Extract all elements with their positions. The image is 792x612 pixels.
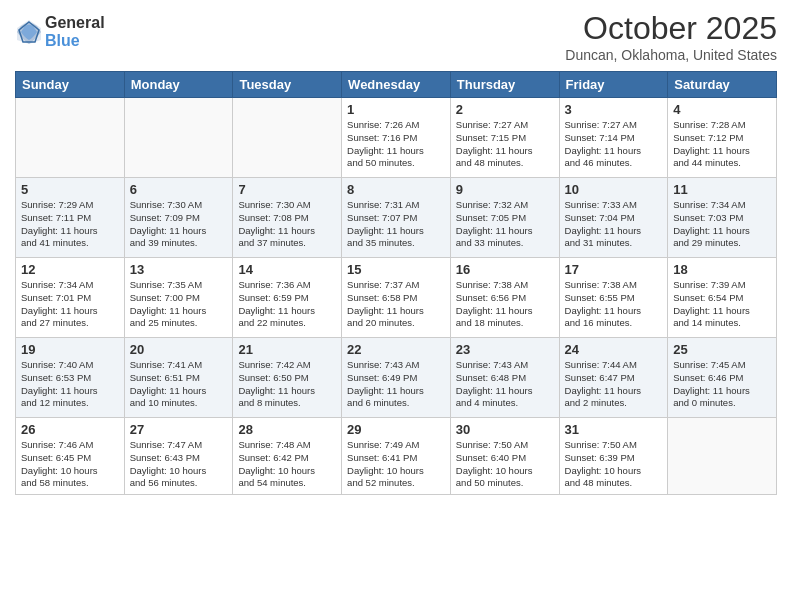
calendar-week-4: 19Sunrise: 7:40 AM Sunset: 6:53 PM Dayli… xyxy=(16,338,777,418)
calendar-cell: 30Sunrise: 7:50 AM Sunset: 6:40 PM Dayli… xyxy=(450,418,559,495)
calendar-cell: 24Sunrise: 7:44 AM Sunset: 6:47 PM Dayli… xyxy=(559,338,668,418)
day-number: 26 xyxy=(21,422,119,437)
calendar-cell: 10Sunrise: 7:33 AM Sunset: 7:04 PM Dayli… xyxy=(559,178,668,258)
calendar-week-2: 5Sunrise: 7:29 AM Sunset: 7:11 PM Daylig… xyxy=(16,178,777,258)
day-number: 28 xyxy=(238,422,336,437)
day-info: Sunrise: 7:47 AM Sunset: 6:43 PM Dayligh… xyxy=(130,439,228,490)
calendar-cell: 18Sunrise: 7:39 AM Sunset: 6:54 PM Dayli… xyxy=(668,258,777,338)
day-info: Sunrise: 7:41 AM Sunset: 6:51 PM Dayligh… xyxy=(130,359,228,410)
calendar-week-1: 1Sunrise: 7:26 AM Sunset: 7:16 PM Daylig… xyxy=(16,98,777,178)
day-number: 17 xyxy=(565,262,663,277)
day-number: 20 xyxy=(130,342,228,357)
calendar-cell: 28Sunrise: 7:48 AM Sunset: 6:42 PM Dayli… xyxy=(233,418,342,495)
calendar-table: Sunday Monday Tuesday Wednesday Thursday… xyxy=(15,71,777,495)
month-title: October 2025 xyxy=(565,10,777,47)
day-info: Sunrise: 7:48 AM Sunset: 6:42 PM Dayligh… xyxy=(238,439,336,490)
day-info: Sunrise: 7:44 AM Sunset: 6:47 PM Dayligh… xyxy=(565,359,663,410)
day-info: Sunrise: 7:36 AM Sunset: 6:59 PM Dayligh… xyxy=(238,279,336,330)
calendar-cell xyxy=(668,418,777,495)
location-text: Duncan, Oklahoma, United States xyxy=(565,47,777,63)
day-info: Sunrise: 7:45 AM Sunset: 6:46 PM Dayligh… xyxy=(673,359,771,410)
day-number: 14 xyxy=(238,262,336,277)
calendar-week-5: 26Sunrise: 7:46 AM Sunset: 6:45 PM Dayli… xyxy=(16,418,777,495)
day-number: 6 xyxy=(130,182,228,197)
day-number: 30 xyxy=(456,422,554,437)
day-info: Sunrise: 7:33 AM Sunset: 7:04 PM Dayligh… xyxy=(565,199,663,250)
day-number: 23 xyxy=(456,342,554,357)
day-number: 25 xyxy=(673,342,771,357)
calendar-cell: 1Sunrise: 7:26 AM Sunset: 7:16 PM Daylig… xyxy=(342,98,451,178)
day-info: Sunrise: 7:28 AM Sunset: 7:12 PM Dayligh… xyxy=(673,119,771,170)
day-info: Sunrise: 7:26 AM Sunset: 7:16 PM Dayligh… xyxy=(347,119,445,170)
day-number: 29 xyxy=(347,422,445,437)
calendar-cell: 21Sunrise: 7:42 AM Sunset: 6:50 PM Dayli… xyxy=(233,338,342,418)
day-number: 7 xyxy=(238,182,336,197)
day-info: Sunrise: 7:42 AM Sunset: 6:50 PM Dayligh… xyxy=(238,359,336,410)
logo-general-text: General xyxy=(45,14,105,32)
calendar-cell: 20Sunrise: 7:41 AM Sunset: 6:51 PM Dayli… xyxy=(124,338,233,418)
header-tuesday: Tuesday xyxy=(233,72,342,98)
calendar-cell xyxy=(233,98,342,178)
logo-text: General Blue xyxy=(45,14,105,49)
day-number: 4 xyxy=(673,102,771,117)
day-info: Sunrise: 7:27 AM Sunset: 7:15 PM Dayligh… xyxy=(456,119,554,170)
day-number: 19 xyxy=(21,342,119,357)
header-monday: Monday xyxy=(124,72,233,98)
day-info: Sunrise: 7:38 AM Sunset: 6:55 PM Dayligh… xyxy=(565,279,663,330)
calendar-cell: 15Sunrise: 7:37 AM Sunset: 6:58 PM Dayli… xyxy=(342,258,451,338)
day-info: Sunrise: 7:35 AM Sunset: 7:00 PM Dayligh… xyxy=(130,279,228,330)
day-info: Sunrise: 7:34 AM Sunset: 7:03 PM Dayligh… xyxy=(673,199,771,250)
logo-blue-text: Blue xyxy=(45,32,105,50)
calendar-cell: 7Sunrise: 7:30 AM Sunset: 7:08 PM Daylig… xyxy=(233,178,342,258)
calendar-cell: 14Sunrise: 7:36 AM Sunset: 6:59 PM Dayli… xyxy=(233,258,342,338)
calendar-cell: 9Sunrise: 7:32 AM Sunset: 7:05 PM Daylig… xyxy=(450,178,559,258)
day-number: 27 xyxy=(130,422,228,437)
header-saturday: Saturday xyxy=(668,72,777,98)
header: General Blue October 2025 Duncan, Oklaho… xyxy=(15,10,777,63)
day-info: Sunrise: 7:50 AM Sunset: 6:39 PM Dayligh… xyxy=(565,439,663,490)
day-number: 2 xyxy=(456,102,554,117)
day-info: Sunrise: 7:32 AM Sunset: 7:05 PM Dayligh… xyxy=(456,199,554,250)
calendar-cell: 13Sunrise: 7:35 AM Sunset: 7:00 PM Dayli… xyxy=(124,258,233,338)
day-number: 22 xyxy=(347,342,445,357)
day-number: 1 xyxy=(347,102,445,117)
day-number: 5 xyxy=(21,182,119,197)
calendar-cell: 29Sunrise: 7:49 AM Sunset: 6:41 PM Dayli… xyxy=(342,418,451,495)
calendar-cell xyxy=(16,98,125,178)
day-info: Sunrise: 7:31 AM Sunset: 7:07 PM Dayligh… xyxy=(347,199,445,250)
calendar-cell: 22Sunrise: 7:43 AM Sunset: 6:49 PM Dayli… xyxy=(342,338,451,418)
day-info: Sunrise: 7:43 AM Sunset: 6:48 PM Dayligh… xyxy=(456,359,554,410)
header-friday: Friday xyxy=(559,72,668,98)
header-sunday: Sunday xyxy=(16,72,125,98)
calendar-cell: 6Sunrise: 7:30 AM Sunset: 7:09 PM Daylig… xyxy=(124,178,233,258)
header-thursday: Thursday xyxy=(450,72,559,98)
calendar-header-row: Sunday Monday Tuesday Wednesday Thursday… xyxy=(16,72,777,98)
calendar-cell: 12Sunrise: 7:34 AM Sunset: 7:01 PM Dayli… xyxy=(16,258,125,338)
day-info: Sunrise: 7:37 AM Sunset: 6:58 PM Dayligh… xyxy=(347,279,445,330)
day-number: 9 xyxy=(456,182,554,197)
day-info: Sunrise: 7:30 AM Sunset: 7:08 PM Dayligh… xyxy=(238,199,336,250)
calendar-cell: 26Sunrise: 7:46 AM Sunset: 6:45 PM Dayli… xyxy=(16,418,125,495)
calendar-cell: 23Sunrise: 7:43 AM Sunset: 6:48 PM Dayli… xyxy=(450,338,559,418)
calendar-cell: 19Sunrise: 7:40 AM Sunset: 6:53 PM Dayli… xyxy=(16,338,125,418)
day-number: 16 xyxy=(456,262,554,277)
day-info: Sunrise: 7:49 AM Sunset: 6:41 PM Dayligh… xyxy=(347,439,445,490)
calendar-cell: 11Sunrise: 7:34 AM Sunset: 7:03 PM Dayli… xyxy=(668,178,777,258)
day-number: 12 xyxy=(21,262,119,277)
calendar-cell: 17Sunrise: 7:38 AM Sunset: 6:55 PM Dayli… xyxy=(559,258,668,338)
logo-icon xyxy=(15,18,43,46)
day-info: Sunrise: 7:50 AM Sunset: 6:40 PM Dayligh… xyxy=(456,439,554,490)
day-number: 24 xyxy=(565,342,663,357)
logo: General Blue xyxy=(15,14,105,49)
calendar-cell: 4Sunrise: 7:28 AM Sunset: 7:12 PM Daylig… xyxy=(668,98,777,178)
day-number: 21 xyxy=(238,342,336,357)
calendar-cell: 25Sunrise: 7:45 AM Sunset: 6:46 PM Dayli… xyxy=(668,338,777,418)
day-number: 13 xyxy=(130,262,228,277)
day-number: 10 xyxy=(565,182,663,197)
calendar-cell: 27Sunrise: 7:47 AM Sunset: 6:43 PM Dayli… xyxy=(124,418,233,495)
calendar-cell: 3Sunrise: 7:27 AM Sunset: 7:14 PM Daylig… xyxy=(559,98,668,178)
title-section: October 2025 Duncan, Oklahoma, United St… xyxy=(565,10,777,63)
day-number: 18 xyxy=(673,262,771,277)
day-info: Sunrise: 7:29 AM Sunset: 7:11 PM Dayligh… xyxy=(21,199,119,250)
calendar-cell: 5Sunrise: 7:29 AM Sunset: 7:11 PM Daylig… xyxy=(16,178,125,258)
